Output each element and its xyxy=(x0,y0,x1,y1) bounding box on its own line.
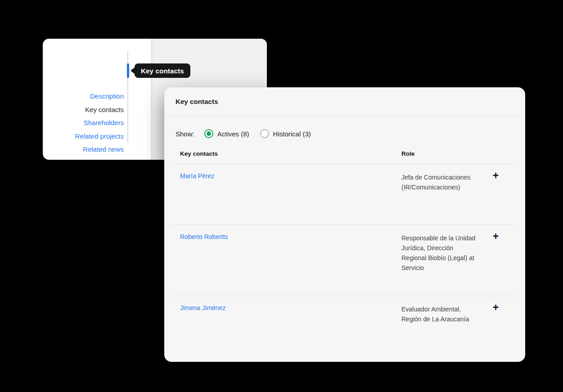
contact-name-link[interactable]: Roberto Robertts xyxy=(180,233,401,296)
key-contacts-panel: Key contacts Show: Actives (8) Historica… xyxy=(164,87,525,362)
contact-role: Responsable de la Unidad Jurídica, Direc… xyxy=(401,233,477,296)
table-row: Roberto Robertts Responsable de la Unida… xyxy=(171,225,514,296)
radio-selected-icon[interactable] xyxy=(204,129,213,138)
contact-name-link[interactable]: Jimena Jiménez xyxy=(180,304,401,356)
add-contact-icon[interactable]: + xyxy=(493,303,499,311)
add-cell: + xyxy=(477,233,514,296)
nav-item-related-reports[interactable]: Related reports xyxy=(43,156,124,160)
show-label: Show: xyxy=(176,130,194,138)
nav-item-key-contacts[interactable]: Key contacts xyxy=(43,103,124,117)
filter-actives-label: Actives (8) xyxy=(217,130,249,138)
column-header-role: Role xyxy=(401,150,514,157)
contact-role: Evaluador Ambiental, Región de La Arauca… xyxy=(401,304,477,356)
nav-item-related-projects[interactable]: Related projects xyxy=(43,130,124,143)
key-contacts-tooltip: Key contacts xyxy=(135,63,190,78)
filter-historical-label: Historical (3) xyxy=(273,130,311,138)
add-cell: + xyxy=(477,304,514,356)
table-header-row: Key contacts Role xyxy=(171,150,514,164)
table-row: Jimena Jiménez Evaluador Ambiental, Regi… xyxy=(171,296,514,356)
contact-role: Jefa de Comunicaciones (IR/Comunicacione… xyxy=(401,172,477,225)
nav-item-shareholders[interactable]: Shareholders xyxy=(43,116,124,130)
add-contact-icon[interactable]: + xyxy=(493,232,499,240)
panel-title: Key contacts xyxy=(176,98,218,105)
add-cell: + xyxy=(477,172,514,225)
filter-historical-radio[interactable]: Historical (3) xyxy=(260,129,311,138)
radio-unselected-icon[interactable] xyxy=(260,129,269,138)
contacts-table: Key contacts Role María Pérez Jefa de Co… xyxy=(171,150,514,356)
add-contact-icon[interactable]: + xyxy=(493,171,499,180)
column-header-key-contacts: Key contacts xyxy=(180,150,401,157)
section-nav-list: Description Key contacts Shareholders Re… xyxy=(43,90,124,160)
filter-row: Show: Actives (8) Historical (3) xyxy=(164,116,525,138)
nav-item-related-news[interactable]: Related news xyxy=(43,143,124,156)
tooltip-arrow-icon xyxy=(131,67,135,74)
active-nav-indicator xyxy=(127,63,129,78)
panel-header: Key contacts xyxy=(164,87,525,116)
table-row: María Pérez Jefa de Comunicaciones (IR/C… xyxy=(171,164,514,225)
contact-name-link[interactable]: María Pérez xyxy=(180,172,401,225)
tooltip-label: Key contacts xyxy=(141,67,184,75)
filter-actives-radio[interactable]: Actives (8) xyxy=(204,129,249,138)
nav-item-description[interactable]: Description xyxy=(43,90,124,103)
